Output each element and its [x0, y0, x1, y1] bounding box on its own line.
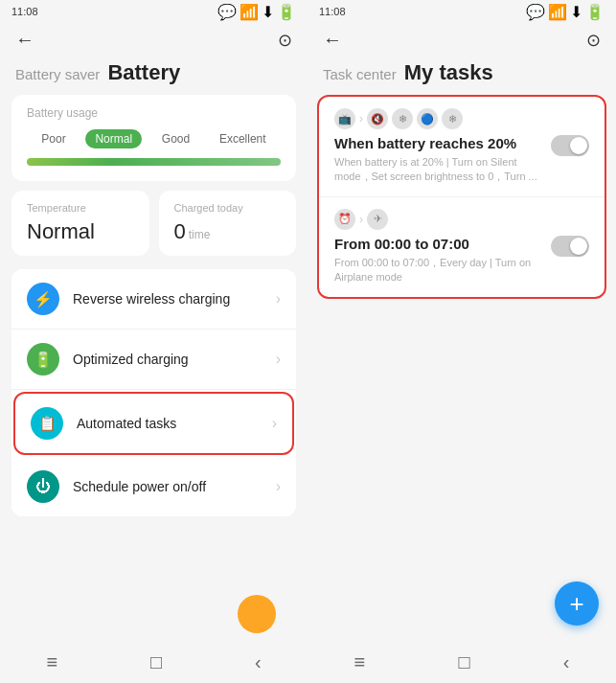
- task-item-battery[interactable]: 📺 › 🔇 ❄ 🔵 ❄ When battery reaches 20% Whe…: [319, 97, 605, 197]
- menu-item-automated-tasks[interactable]: 📋 Automated tasks ›: [13, 392, 294, 455]
- menu-item-reverse-wireless[interactable]: ⚡ Reverse wireless charging ›: [11, 269, 296, 330]
- right-panel: 11:08 💬 📶 ⬇ 🔋 ← ⊙ Task center My tasks 📺: [308, 0, 616, 683]
- reverse-wireless-label: Reverse wireless charging: [73, 291, 276, 307]
- task-desc-time: From 00:00 to 07:00，Every day | Turn on …: [334, 256, 541, 285]
- back-button-right[interactable]: ←: [323, 29, 342, 51]
- task-icon-airplane: ✈: [367, 209, 388, 230]
- task-icon-tv: 📺: [334, 108, 355, 129]
- task-arrow-1: ›: [359, 112, 363, 125]
- back-icon-left[interactable]: ‹: [255, 651, 262, 673]
- level-poor-label: Poor: [32, 129, 75, 148]
- task-toggle-time[interactable]: [551, 236, 589, 257]
- task-item-inner-battery: When battery reaches 20% When battery is…: [334, 135, 589, 185]
- status-bar-right: 11:08 💬 📶 ⬇ 🔋: [308, 0, 616, 23]
- time-left: 11:08: [11, 6, 38, 17]
- task-item-time[interactable]: ⏰ › ✈ From 00:00 to 07:00 From 00:00 to …: [319, 197, 605, 297]
- task-icon-clock: ⏰: [334, 209, 355, 230]
- level-normal: Normal: [85, 129, 142, 148]
- page-title-right: Task center My tasks: [308, 57, 616, 95]
- chevron-right-icon-3: ›: [272, 415, 277, 432]
- task-content-time: From 00:00 to 07:00 From 00:00 to 07:00，…: [334, 236, 541, 285]
- task-icon-snow2: ❄: [442, 108, 463, 129]
- bottom-nav-right: ≡ □ ‹: [308, 642, 616, 683]
- task-desc-battery: When battery is at 20% | Turn on Silent …: [334, 155, 541, 185]
- charged-label: Charged today: [174, 202, 282, 214]
- msg-icon: 💬: [217, 3, 237, 21]
- charged-value: 0time: [174, 219, 282, 244]
- hamburger-icon-left[interactable]: ≡: [46, 651, 57, 673]
- back-button-left[interactable]: ←: [15, 29, 34, 51]
- deco-circle: [238, 595, 276, 633]
- task-card-container: 📺 › 🔇 ❄ 🔵 ❄ When battery reaches 20% Whe…: [317, 95, 606, 299]
- home-icon-left[interactable]: □: [150, 651, 162, 673]
- menu-item-schedule-power[interactable]: ⏻ Schedule power on/off ›: [11, 457, 296, 516]
- task-icons-time: ⏰ › ✈: [334, 209, 589, 230]
- chevron-right-icon-4: ›: [276, 478, 281, 495]
- reverse-wireless-icon: ⚡: [27, 283, 59, 315]
- schedule-power-icon: ⏻: [27, 470, 59, 503]
- settings-button-left[interactable]: ⊙: [278, 30, 292, 51]
- top-nav-left: ← ⊙: [0, 23, 308, 57]
- right-wrapper: 11:08 💬 📶 ⬇ 🔋 ← ⊙ Task center My tasks 📺: [308, 0, 616, 683]
- main-title-left: Battery: [107, 60, 180, 85]
- time-right: 11:08: [319, 6, 346, 17]
- task-icon-dot: 🔵: [417, 108, 438, 129]
- task-item-inner-time: From 00:00 to 07:00 From 00:00 to 07:00，…: [334, 236, 589, 285]
- top-nav-right: ← ⊙: [308, 23, 616, 57]
- task-title-battery: When battery reaches 20%: [334, 135, 541, 151]
- level-good: Good: [152, 129, 199, 148]
- task-content-battery: When battery reaches 20% When battery is…: [334, 135, 541, 185]
- battery-icon: 🔋: [277, 3, 296, 21]
- level-normal-label: Normal: [85, 129, 142, 148]
- battery-bar: [27, 158, 281, 166]
- msg-icon-right: 💬: [526, 3, 545, 21]
- wifi-icon: 📶: [240, 3, 259, 21]
- temperature-card: Temperature Normal: [11, 191, 149, 256]
- download-icon-right: ⬇: [570, 3, 582, 21]
- page-title-left: Battery saver Battery: [0, 57, 308, 95]
- level-poor: Poor: [32, 129, 75, 148]
- home-icon-right[interactable]: □: [458, 651, 469, 673]
- subtitle-left: Battery saver: [15, 66, 100, 82]
- menu-item-optimized-charging[interactable]: 🔋 Optimized charging ›: [11, 330, 296, 390]
- optimized-charging-icon: 🔋: [27, 343, 59, 376]
- status-icons-right: 💬 📶 ⬇ 🔋: [526, 3, 605, 21]
- task-icon-snow: ❄: [392, 108, 413, 129]
- download-icon: ⬇: [262, 3, 274, 21]
- back-icon-right[interactable]: ‹: [563, 651, 570, 673]
- temperature-label: Temperature: [27, 202, 134, 214]
- task-arrow-2: ›: [359, 213, 363, 226]
- hamburger-icon-right[interactable]: ≡: [354, 651, 366, 673]
- level-good-label: Good: [152, 129, 199, 148]
- chevron-right-icon-2: ›: [276, 351, 281, 368]
- left-panel: 11:08 💬 📶 ⬇ 🔋 ← ⊙ Battery saver Battery …: [0, 0, 308, 683]
- level-excellent-label: Excellent: [210, 129, 276, 148]
- automated-tasks-icon: 📋: [31, 407, 63, 440]
- temperature-value: Normal: [27, 219, 134, 244]
- charged-card: Charged today 0time: [159, 191, 297, 256]
- subtitle-right: Task center: [323, 66, 397, 82]
- battery-levels: Poor Normal Good Excellent: [27, 129, 281, 148]
- task-icon-silent: 🔇: [367, 108, 388, 129]
- main-title-right: My tasks: [404, 60, 493, 85]
- task-toggle-battery[interactable]: [551, 135, 589, 156]
- optimized-charging-label: Optimized charging: [73, 352, 276, 367]
- info-row: Temperature Normal Charged today 0time: [11, 191, 296, 256]
- battery-usage-label: Battery usage: [27, 106, 281, 120]
- automated-tasks-label: Automated tasks: [77, 416, 272, 431]
- status-bar-left: 11:08 💬 📶 ⬇ 🔋: [0, 0, 308, 23]
- wifi-icon-right: 📶: [548, 3, 567, 21]
- settings-button-right[interactable]: ⊙: [586, 30, 601, 51]
- level-excellent: Excellent: [210, 129, 276, 148]
- fab-add-button[interactable]: +: [555, 581, 599, 626]
- battery-card: Battery usage Poor Normal Good Excellent: [11, 95, 296, 181]
- battery-icon-right: 🔋: [585, 3, 605, 21]
- status-icons-left: 💬 📶 ⬇ 🔋: [217, 3, 296, 21]
- task-icons-battery: 📺 › 🔇 ❄ 🔵 ❄: [334, 108, 589, 129]
- schedule-power-label: Schedule power on/off: [73, 479, 276, 494]
- menu-list: ⚡ Reverse wireless charging › 🔋 Optimize…: [11, 269, 296, 516]
- bottom-nav-left: ≡ □ ‹: [0, 642, 308, 683]
- task-title-time: From 00:00 to 07:00: [334, 236, 541, 252]
- chevron-right-icon: ›: [276, 290, 281, 307]
